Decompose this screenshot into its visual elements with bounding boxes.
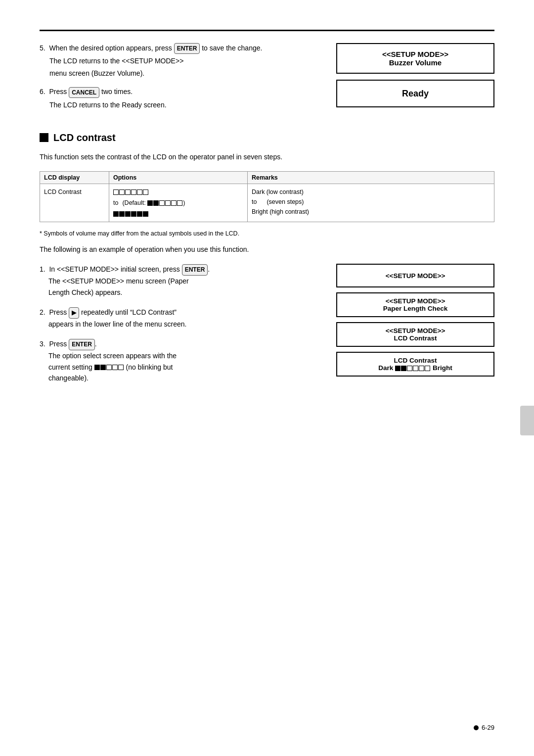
col-header-lcd: LCD display [40, 171, 109, 184]
step3-text3: The option select screen appears with th… [40, 350, 316, 361]
lcd-box-setup-buzzer: <<SETUP MODE>> Buzzer Volume [336, 43, 494, 74]
step3-num: 3. [40, 340, 45, 348]
step6-text3: The LCD returns to the Ready screen. [40, 100, 316, 110]
right-box-lcd-contrast: LCD Contrast Dark Bright [336, 352, 494, 377]
sym-empty-d4 [165, 200, 171, 206]
table-cell-options: to (Default: ) [109, 184, 248, 222]
step3-text4a: current setting [48, 363, 92, 371]
sym-filled-d2 [153, 200, 159, 206]
step-5-text: 5. When the desired option appears, pres… [40, 43, 316, 54]
sym-empty-3 [125, 189, 131, 195]
step1-text1: In <<SETUP MODE>> initial screen, press [49, 265, 179, 273]
step3-sym3 [106, 365, 112, 370]
sym-filled-3 [125, 211, 131, 217]
sym-empty-d3 [159, 200, 165, 206]
steps-left-col: 1. In <<SETUP MODE>> initial screen, pre… [40, 264, 316, 392]
step3-sym5 [118, 365, 124, 370]
right-box-setup2: <<SETUP MODE>> Paper Length Check [336, 292, 494, 317]
col-header-remarks: Remarks [248, 171, 494, 184]
step3-text: 3. Press ENTER. [40, 338, 316, 350]
example-intro-text: The following is an example of operation… [40, 244, 494, 255]
lcd-box-ready: Ready [336, 80, 494, 107]
right-box2-line1: <<SETUP MODE>> [383, 297, 448, 305]
sym-filled-5 [137, 211, 142, 217]
sym-filled-2 [119, 211, 125, 217]
step5-text3: The LCD returns to the <<SETUP MODE>> [40, 56, 316, 66]
step1-num: 1. [40, 265, 45, 273]
lcd-box1-line2: Buzzer Volume [382, 58, 448, 67]
lcd-box2-line1: Ready [402, 89, 429, 99]
sym-empty-4 [131, 189, 136, 195]
lcd-box1-line1: <<SETUP MODE>> [382, 50, 448, 58]
step5-text4: menu screen (Buzzer Volume). [40, 68, 316, 79]
step3-text5: (no blinking but [126, 363, 173, 371]
intro-left-col: 5. When the desired option appears, pres… [40, 43, 316, 118]
col2-default: (Default: ) [122, 198, 185, 208]
remarks-to: to [252, 197, 257, 207]
step2-text2: repeatedly until “LCD Contrast” [81, 308, 177, 316]
right-box2-line2: Paper Length Check [383, 305, 448, 312]
right-box1-text: <<SETUP MODE>> [386, 272, 445, 280]
remarks-line2: to (seven steps) [252, 197, 490, 207]
step3-sym1 [94, 365, 100, 370]
step-5-block: 5. When the desired option appears, pres… [40, 43, 316, 79]
steps-section: 1. In <<SETUP MODE>> initial screen, pre… [40, 264, 494, 392]
step2-num: 2. [40, 308, 45, 316]
step2-text: 2. Press ▶ repeatedly until “LCD Contras… [40, 307, 316, 319]
section-icon [40, 133, 48, 142]
rb4-sym5 [419, 366, 424, 371]
options-table: LCD display Options Remarks LCD Contrast… [40, 171, 494, 222]
sym-empty-d5 [171, 200, 177, 206]
intro-right-col: <<SETUP MODE>> Buzzer Volume Ready [336, 43, 494, 118]
right-box3-line2: LCD Contrast [386, 334, 445, 342]
step2-text3: appears in the lower line of the menu sc… [40, 319, 316, 330]
sym-filled-d1 [147, 200, 153, 206]
step3-text6: changeable). [40, 373, 316, 383]
right-box-setup3: <<SETUP MODE>> LCD Contrast [336, 322, 494, 347]
step1-enter-btn: ENTER [182, 264, 208, 276]
step2-block: 2. Press ▶ repeatedly until “LCD Contras… [40, 307, 316, 330]
step1-block: 1. In <<SETUP MODE>> initial screen, pre… [40, 264, 316, 298]
sym-filled-1 [113, 211, 119, 217]
intro-content-area: 5. When the desired option appears, pres… [40, 43, 494, 118]
step5-text2: to save the change. [202, 44, 262, 52]
section-heading: LCD contrast [40, 132, 494, 143]
tab-handle [520, 406, 534, 435]
step3-text1: Press [49, 340, 67, 348]
col-header-options: Options [109, 171, 248, 184]
step3-sym4 [112, 365, 118, 370]
table-row: LCD Contrast to (Default: ) Dark (low c [40, 184, 494, 222]
step3-block: 3. Press ENTER. The option select screen… [40, 338, 316, 383]
sym-empty-5 [137, 189, 142, 195]
steps-right-col: <<SETUP MODE>> <<SETUP MODE>> Paper Leng… [336, 264, 494, 392]
sym-filled-4 [131, 211, 136, 217]
rb4-sym3 [407, 366, 412, 371]
step-6-text: 6. Press CANCEL two times. [40, 87, 316, 97]
sym-filled-6 [143, 211, 148, 217]
step5-text1: When the desired option appears, press [49, 44, 172, 52]
sym-empty-1 [113, 189, 119, 195]
step6-text1: Press [49, 88, 67, 95]
remarks-line3: Bright (high contrast) [252, 207, 490, 217]
remarks-line1: Dark (low contrast) [252, 187, 490, 197]
rb4-sym4 [413, 366, 418, 371]
footnote-text: * Symbols of volume may differ from the … [40, 230, 494, 237]
cancel-button-inline: CANCEL [69, 87, 99, 98]
rb4-sym2 [401, 366, 406, 371]
right-box4-line2: Dark Bright [378, 364, 452, 372]
table-cell-lcd: LCD Contrast [40, 184, 109, 222]
step3-text4: current setting (no blinking but [40, 362, 316, 373]
step2-text1: Press [49, 308, 67, 316]
page-footer: 6-29 [474, 724, 494, 731]
sym-empty-2 [119, 189, 125, 195]
sym-empty-d6 [177, 200, 182, 206]
step3-enter-btn: ENTER [69, 339, 95, 350]
right-box4-line1: LCD Contrast [378, 357, 452, 364]
top-rule [40, 30, 494, 31]
right-box3-line1: <<SETUP MODE>> [386, 327, 445, 334]
description-text: This function sets the contrast of the L… [40, 151, 494, 162]
enter-button-inline: ENTER [174, 43, 200, 54]
step3-text2: . [95, 340, 97, 348]
step1-text2: . [208, 265, 210, 273]
footer-bullet [474, 725, 479, 730]
